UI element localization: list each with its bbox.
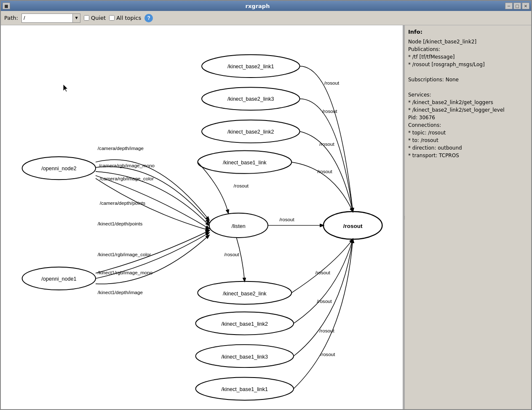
window-close-icon: ✕ <box>524 4 527 8</box>
toolbar: Path: ▼ Quiet All topics ? <box>1 11 531 25</box>
quiet-checkbox-wrap[interactable]: Quiet <box>84 15 106 21</box>
conn4: * transport: TCPROS <box>408 152 528 159</box>
svg-text:/rosout: /rosout <box>317 298 332 304</box>
svg-text:/rosout: /rosout <box>324 80 340 86</box>
titlebar-right: ─ □ ✕ <box>505 3 531 9</box>
svc1: * /kinect_base2_link2/get_loggers <box>408 99 528 106</box>
svg-text:/kinect1/depth/points: /kinect1/depth/points <box>98 221 143 226</box>
svg-text:/kinect1/rgb/image_mono: /kinect1/rgb/image_mono <box>98 270 152 275</box>
svg-text:/rosout: /rosout <box>234 183 249 188</box>
svg-text:/rosout: /rosout <box>343 223 363 229</box>
svg-text:/kinect_base1_link2: /kinect_base1_link2 <box>222 321 268 327</box>
close-icon: ■ <box>4 4 8 8</box>
main-content: /kinect_base2_link1 /kinect_base2_link3 … <box>1 25 531 409</box>
svg-text:/kinect1/depth/image: /kinect1/depth/image <box>98 289 143 295</box>
quiet-label: Quiet <box>91 15 106 21</box>
pub2: * /rosout [rosgraph_msgs/Log] <box>408 61 528 68</box>
graph-svg: /kinect_base2_link1 /kinect_base2_link3 … <box>1 25 403 409</box>
svg-text:/rosout: /rosout <box>319 141 334 147</box>
maximize-button[interactable]: □ <box>513 3 521 9</box>
svg-text:/camera/depth/image: /camera/depth/image <box>98 145 144 151</box>
pub1: * /tf [tf/tfMessage] <box>408 53 528 61</box>
window-close-button[interactable]: ✕ <box>522 3 529 9</box>
all-topics-label: All topics <box>116 15 141 21</box>
titlebar-left: ■ <box>1 3 10 9</box>
info-panel: Info: Node [/kinect_base2_link2] Publica… <box>405 25 531 409</box>
svg-text:/kinect_base2_link2: /kinect_base2_link2 <box>227 129 274 135</box>
titlebar: ■ rxgraph ─ □ ✕ <box>1 1 531 11</box>
svg-text:/kinect1/rgb/image_color: /kinect1/rgb/image_color <box>98 252 151 257</box>
svc2: * /kinect_base2_link2/set_logger_level <box>408 106 528 114</box>
svg-text:/kinect_base1_link: /kinect_base1_link <box>223 160 267 166</box>
svg-text:/rosout: /rosout <box>224 252 239 257</box>
path-input[interactable] <box>22 14 72 22</box>
conn3: * direction: outbound <box>408 144 528 152</box>
path-input-wrap: ▼ <box>21 13 80 23</box>
connections-label: Connections: <box>408 121 528 129</box>
minimize-button[interactable]: ─ <box>505 3 513 9</box>
main-window: ■ rxgraph ─ □ ✕ Path: ▼ Quiet <box>0 0 532 410</box>
close-button[interactable]: ■ <box>3 3 10 9</box>
svg-text:/camera/rgb/image_color: /camera/rgb/image_color <box>100 176 154 181</box>
svg-text:/rosout: /rosout <box>320 351 335 357</box>
svg-text:/kinect_base2_link1: /kinect_base2_link1 <box>227 64 274 70</box>
maximize-icon: □ <box>515 4 519 8</box>
all-topics-checkbox-wrap[interactable]: All topics <box>109 15 141 21</box>
info-title: Info: <box>408 28 528 36</box>
svg-text:/kinect_base2_link3: /kinect_base2_link3 <box>227 96 274 102</box>
svg-text:/rosout: /rosout <box>317 169 332 174</box>
pid-label: Pid: 30676 <box>408 114 528 121</box>
graph-area[interactable]: /kinect_base2_link1 /kinect_base2_link3 … <box>1 25 403 409</box>
node-line: Node [/kinect_base2_link2] <box>408 38 528 46</box>
quiet-checkbox[interactable] <box>84 15 89 21</box>
svg-text:/kinect_base1_link3: /kinect_base1_link3 <box>222 354 268 360</box>
svg-text:/camera/rgb/image_mono: /camera/rgb/image_mono <box>99 163 155 168</box>
svg-text:/rosout: /rosout <box>279 217 294 222</box>
path-dropdown-button[interactable]: ▼ <box>72 14 80 22</box>
conn1: * topic: /rosout <box>408 129 528 137</box>
conn2: * to: /rosout <box>408 137 528 144</box>
publications-label: Publications: <box>408 46 528 53</box>
svg-text:/kinect_base2_link: /kinect_base2_link <box>223 291 267 297</box>
svg-text:/kinect_base1_link1: /kinect_base1_link1 <box>222 386 268 392</box>
svg-text:/rosout: /rosout <box>315 270 330 275</box>
svg-text:/listen: /listen <box>232 223 246 229</box>
help-icon: ? <box>147 15 150 21</box>
path-label: Path: <box>4 15 18 21</box>
subscriptions-label: Subscriptions: None <box>408 76 528 83</box>
help-button[interactable]: ? <box>144 14 153 22</box>
svg-text:/openni_node2: /openni_node2 <box>41 166 76 172</box>
services-label: Services: <box>408 91 528 99</box>
svg-text:/rosout: /rosout <box>322 108 337 114</box>
all-topics-checkbox[interactable] <box>109 15 115 21</box>
svg-text:/openni_node1: /openni_node1 <box>41 276 76 282</box>
titlebar-title: rxgraph <box>10 3 505 9</box>
minimize-icon: ─ <box>508 4 510 8</box>
